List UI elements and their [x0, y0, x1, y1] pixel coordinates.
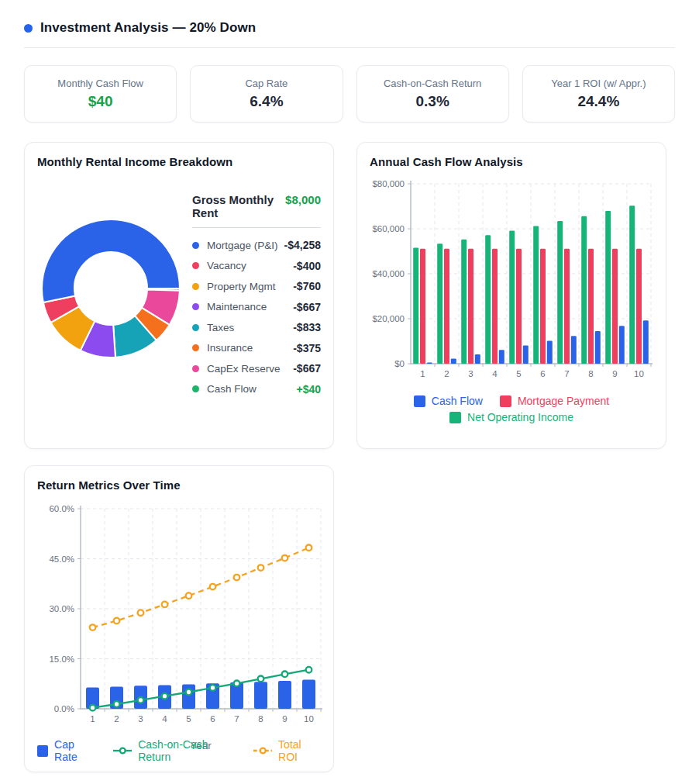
annual-cash-flow-chart[interactable]: $0$20,000$40,000$60,000$80,0001234567891… — [370, 174, 655, 390]
total-roi-point[interactable] — [306, 545, 312, 551]
annual-bar[interactable] — [564, 249, 570, 364]
income-legend-row[interactable]: Vacancy-$400 — [192, 256, 321, 277]
annual-bar[interactable] — [523, 346, 529, 364]
total-roi-point[interactable] — [234, 575, 240, 581]
svg-text:9: 9 — [282, 714, 287, 724]
svg-text:0.0%: 0.0% — [54, 704, 74, 713]
line-marker-icon — [113, 746, 133, 755]
svg-text:2: 2 — [444, 369, 449, 378]
annual-bar[interactable] — [485, 235, 491, 364]
income-legend-label: Mortgage (P&I) — [207, 240, 278, 251]
cap-rate-bar[interactable] — [278, 681, 291, 709]
annual-bar[interactable] — [451, 358, 456, 364]
return-metrics-chart[interactable]: 0.0%15.0%30.0%45.0%60.0%12345678910 — [37, 498, 322, 730]
legend-item-mortgage-payment[interactable]: Mortgage Payment — [500, 395, 609, 407]
svg-text:$60,000: $60,000 — [372, 224, 405, 233]
total-roi-point[interactable] — [138, 610, 144, 616]
legend-label: Cash Flow — [432, 395, 483, 407]
income-legend-row[interactable]: CapEx Reserve-$667 — [192, 358, 321, 379]
income-legend-row[interactable]: Property Mgmt-$760 — [192, 276, 321, 297]
income-breakdown-title: Monthly Rental Income Breakdown — [37, 155, 321, 168]
annual-bar[interactable] — [475, 354, 480, 364]
annual-bar[interactable] — [437, 243, 442, 364]
annual-bar[interactable] — [413, 247, 418, 364]
mortgage-swatch-icon — [500, 395, 511, 407]
coc-return-point[interactable] — [210, 685, 216, 691]
coc-return-point[interactable] — [258, 676, 264, 682]
annual-bar[interactable] — [605, 211, 611, 364]
legend-item-cap-rate[interactable]: Cap Rate — [37, 738, 98, 763]
annual-bar[interactable] — [492, 249, 498, 364]
annual-bar[interactable] — [547, 341, 553, 364]
annual-bar[interactable] — [571, 336, 577, 364]
return-legend-wrap: Year Cap Rate Cash-on-Cash Return — [37, 738, 321, 754]
income-legend-label: Taxes — [207, 322, 234, 333]
income-donut-chart[interactable] — [37, 215, 184, 362]
annual-bar[interactable] — [509, 230, 515, 364]
annual-bar[interactable] — [427, 363, 432, 364]
annual-bar[interactable] — [595, 331, 601, 364]
annual-bar[interactable] — [499, 350, 504, 364]
legend-item-cash-on-cash-return[interactable]: Cash-on-Cash Return — [113, 738, 238, 763]
total-roi-point[interactable] — [162, 602, 168, 608]
annual-bar[interactable] — [461, 240, 467, 364]
annual-bar[interactable] — [557, 221, 563, 364]
annual-bar[interactable] — [619, 326, 625, 364]
total-roi-point[interactable] — [258, 565, 264, 571]
page-header: Investment Analysis — 20% Down — [24, 20, 675, 36]
svg-text:$40,000: $40,000 — [372, 269, 405, 278]
cap-rate-bar[interactable] — [182, 685, 195, 709]
cap-rate-bar[interactable] — [302, 680, 315, 709]
series-color-dot-icon — [192, 324, 199, 331]
annual-bar[interactable] — [533, 226, 539, 364]
income-legend-value: -$833 — [293, 321, 321, 333]
svg-text:5: 5 — [186, 714, 191, 724]
legend-item-total-roi[interactable]: Total ROI — [253, 738, 321, 763]
income-legend-row[interactable]: Taxes-$833 — [192, 317, 321, 338]
annual-bar[interactable] — [643, 320, 649, 364]
coc-return-point[interactable] — [234, 681, 240, 687]
cash-flow-swatch-icon — [414, 395, 425, 407]
svg-text:$20,000: $20,000 — [372, 314, 405, 323]
metric-card-cap-rate: Cap Rate 6.4% — [190, 65, 343, 123]
total-roi-point[interactable] — [114, 618, 120, 624]
income-legend-value: +$40 — [296, 383, 321, 395]
annual-bar[interactable] — [444, 249, 449, 364]
annual-bar[interactable] — [588, 249, 594, 364]
income-legend: Gross Monthly Rent $8,000 Mortgage (P&I)… — [189, 168, 321, 399]
income-legend-row[interactable]: Insurance-$375 — [192, 338, 321, 359]
coc-return-point[interactable] — [90, 705, 96, 711]
annual-bar[interactable] — [516, 249, 522, 364]
annual-bar[interactable] — [581, 216, 587, 364]
total-roi-point[interactable] — [210, 584, 216, 590]
annual-bar[interactable] — [636, 249, 642, 364]
return-chart-legend: Cap Rate Cash-on-Cash Return — [37, 738, 321, 763]
coc-return-point[interactable] — [282, 672, 288, 678]
svg-text:3: 3 — [468, 369, 473, 378]
annual-bar[interactable] — [540, 249, 546, 364]
svg-text:1: 1 — [420, 369, 425, 378]
income-legend-row[interactable]: Maintenance-$667 — [192, 297, 321, 318]
svg-text:4: 4 — [492, 369, 498, 378]
income-legend-row[interactable]: Cash Flow+$40 — [192, 379, 321, 400]
series-color-dot-icon — [192, 242, 199, 249]
return-metrics-title: Return Metrics Over Time — [37, 478, 321, 492]
total-roi-point[interactable] — [282, 555, 288, 561]
annual-bar[interactable] — [420, 249, 425, 364]
metric-label: Cash-on-Cash Return — [384, 78, 481, 89]
annual-bar[interactable] — [612, 249, 618, 364]
total-roi-point[interactable] — [90, 624, 96, 630]
legend-item-net-operating-income[interactable]: Net Operating Income — [449, 411, 573, 423]
cap-rate-bar[interactable] — [254, 682, 267, 709]
coc-return-point[interactable] — [306, 667, 312, 673]
total-roi-point[interactable] — [186, 592, 192, 599]
coc-return-point[interactable] — [186, 689, 192, 696]
income-legend-row[interactable]: Mortgage (P&I)-$4,258 — [192, 235, 321, 256]
coc-return-point[interactable] — [162, 693, 168, 699]
annual-bar[interactable] — [468, 249, 473, 364]
coc-return-point[interactable] — [114, 701, 120, 707]
coc-return-point[interactable] — [138, 697, 144, 703]
svg-text:$80,000: $80,000 — [372, 179, 405, 188]
legend-item-cash-flow[interactable]: Cash Flow — [414, 395, 483, 407]
annual-bar[interactable] — [629, 205, 635, 364]
